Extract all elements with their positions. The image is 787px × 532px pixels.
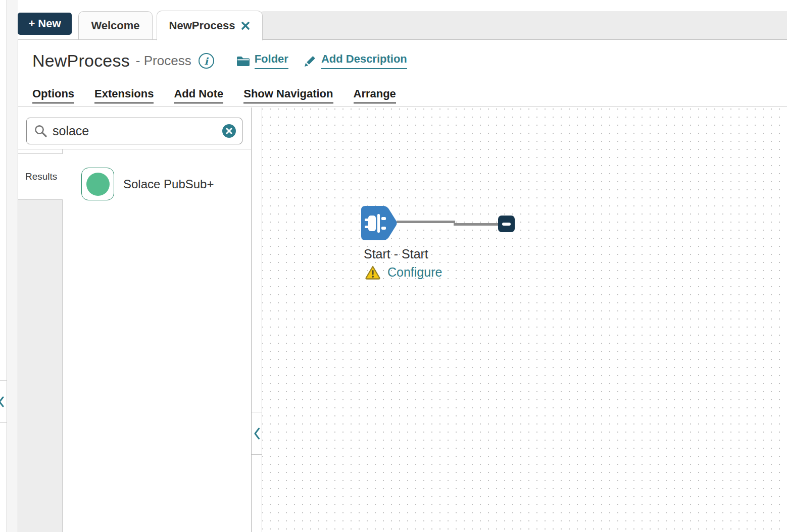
add-description-link-label: Add Description bbox=[321, 52, 407, 69]
menu-options[interactable]: Options bbox=[32, 87, 74, 103]
process-editor-panel: NewProcess - Process i Folder Add Descri… bbox=[18, 39, 787, 532]
results-tab-label: Results bbox=[25, 171, 57, 182]
left-rail-gutter bbox=[7, 0, 18, 532]
menu-arrange[interactable]: Arrange bbox=[354, 87, 396, 103]
search-icon bbox=[34, 124, 47, 138]
tab-welcome-label: Welcome bbox=[91, 19, 139, 32]
folder-link[interactable]: Folder bbox=[236, 52, 288, 69]
page-subtitle: - Process bbox=[136, 53, 191, 69]
tab-welcome[interactable]: Welcome bbox=[78, 11, 153, 40]
search-results-list: Solace PubSub+ bbox=[63, 149, 251, 532]
connector-line bbox=[397, 221, 455, 223]
chevron-left-icon bbox=[254, 427, 260, 440]
folder-link-label: Folder bbox=[255, 52, 288, 69]
new-button[interactable]: + New bbox=[18, 13, 72, 35]
warning-icon bbox=[365, 265, 381, 280]
green-circle-icon bbox=[86, 173, 110, 196]
menu-show-navigation[interactable]: Show Navigation bbox=[243, 87, 333, 103]
sidebar-collapse-handle[interactable] bbox=[252, 412, 262, 455]
configure-link[interactable]: Configure bbox=[387, 265, 442, 280]
info-icon[interactable]: i bbox=[199, 53, 214, 69]
palette-search-section bbox=[18, 108, 251, 149]
palette-tabstrip: Results bbox=[18, 149, 63, 532]
tab-newprocess-label: NewProcess bbox=[169, 19, 235, 32]
start-step-status: Configure bbox=[365, 265, 442, 280]
process-menu: Options Extensions Add Note Show Navigat… bbox=[32, 87, 396, 103]
page-title: NewProcess bbox=[32, 51, 130, 71]
search-box[interactable] bbox=[26, 118, 242, 144]
connector-icon-box bbox=[81, 168, 114, 200]
step-palette-sidebar: Results Solace PubSub+ bbox=[18, 108, 252, 532]
menu-add-note[interactable]: Add Note bbox=[174, 87, 223, 103]
close-icon[interactable] bbox=[241, 21, 250, 30]
search-input[interactable] bbox=[53, 124, 222, 138]
minus-icon bbox=[502, 223, 511, 226]
left-panel-collapse-handle[interactable] bbox=[0, 380, 7, 423]
clear-search-button[interactable] bbox=[222, 124, 236, 138]
end-point-shape[interactable] bbox=[498, 216, 515, 232]
connector-line bbox=[454, 223, 499, 226]
process-canvas[interactable]: Start - Start Configure bbox=[262, 108, 787, 532]
results-tab[interactable]: Results bbox=[18, 153, 63, 200]
document-header: NewProcess - Process i Folder Add Descri… bbox=[18, 40, 787, 107]
result-item-label: Solace PubSub+ bbox=[123, 177, 214, 191]
folder-icon bbox=[236, 56, 250, 67]
clear-icon bbox=[226, 128, 232, 134]
list-item-solace-pubsub[interactable]: Solace PubSub+ bbox=[81, 168, 251, 200]
start-step-label: Start - Start bbox=[364, 247, 428, 261]
chevron-left-icon bbox=[0, 396, 5, 408]
tab-newprocess[interactable]: NewProcess bbox=[157, 11, 263, 40]
pencil-icon bbox=[304, 55, 317, 68]
sidebar-collapse-gutter bbox=[252, 108, 262, 532]
start-step-shape[interactable] bbox=[361, 206, 398, 240]
tabbar-empty-area bbox=[259, 11, 787, 39]
add-description-link[interactable]: Add Description bbox=[304, 52, 407, 69]
menu-extensions[interactable]: Extensions bbox=[94, 87, 154, 103]
